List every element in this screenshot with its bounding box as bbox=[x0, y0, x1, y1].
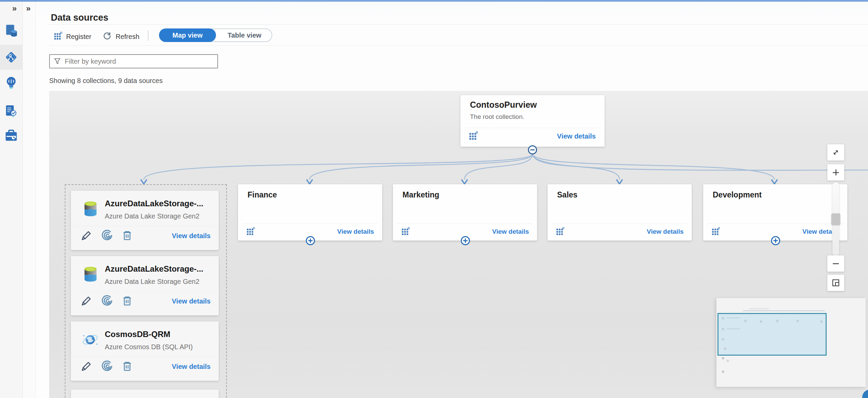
collection-grid-icon bbox=[246, 227, 255, 236]
root-collection-title: ContosoPurview bbox=[470, 100, 537, 110]
root-view-details-link[interactable]: View details bbox=[557, 132, 596, 140]
data-map-icon bbox=[4, 50, 18, 65]
collapsed-panel-rail: » bbox=[23, 2, 36, 398]
zoom-slider-thumb[interactable] bbox=[831, 213, 840, 225]
data-source-view-details-link[interactable]: View details bbox=[172, 232, 211, 240]
collection-view-details-link[interactable]: View details bbox=[337, 228, 374, 235]
card-divider bbox=[552, 224, 688, 224]
sidebar-item-management[interactable] bbox=[4, 128, 18, 143]
filter-funnel-icon bbox=[54, 58, 61, 65]
data-source-name: CosmosDB-QRM bbox=[105, 330, 170, 339]
expand-children-button[interactable] bbox=[771, 236, 780, 245]
register-button-icon-wrap[interactable] bbox=[54, 32, 62, 40]
content-area: Data sources Register Refresh Map view T… bbox=[36, 2, 868, 398]
sidebar-item-compliance[interactable] bbox=[4, 104, 18, 119]
insights-icon bbox=[4, 76, 18, 91]
tab-table-view[interactable]: Table view bbox=[216, 29, 273, 41]
data-source-card: AzureDataLakeStorage-... Azure Data Lake… bbox=[71, 191, 219, 250]
collection-name: Finance bbox=[248, 190, 277, 200]
edge-arrowhead bbox=[141, 180, 146, 184]
card-divider bbox=[242, 224, 378, 224]
collection-name: Sales bbox=[557, 190, 577, 200]
collection-name: Development bbox=[713, 190, 762, 200]
plus-icon bbox=[833, 169, 839, 175]
data-source-view-details-link[interactable]: View details bbox=[172, 297, 211, 305]
root-collection-card: ContosoPurview The root collection. View… bbox=[460, 95, 605, 147]
sidebar-item-data-map[interactable] bbox=[4, 50, 18, 65]
keyword-filter bbox=[49, 54, 218, 68]
app-sidebar: » bbox=[0, 2, 23, 398]
root-collection-subtitle: The root collection. bbox=[470, 113, 525, 121]
tab-map-view[interactable]: Map view bbox=[159, 28, 216, 42]
refresh-button[interactable]: Refresh bbox=[116, 33, 139, 41]
collection-grid-icon bbox=[556, 227, 565, 236]
collection-view-details-link[interactable]: View details bbox=[492, 228, 529, 235]
collection-grid-icon bbox=[401, 227, 410, 236]
scan-icon[interactable] bbox=[101, 360, 114, 372]
title-divider bbox=[49, 24, 868, 25]
minimap-viewport[interactable] bbox=[717, 313, 827, 356]
panel-expand-chevrons[interactable]: » bbox=[26, 4, 31, 13]
data-source-type: Azure Cosmos DB (SQL API) bbox=[105, 343, 193, 351]
collection-view-details-link[interactable]: View details bbox=[647, 228, 684, 235]
collections-map-canvas[interactable]: ContosoPurview The root collection. View… bbox=[49, 91, 868, 398]
adls-gen2-icon bbox=[82, 200, 99, 218]
edge-arrowhead bbox=[462, 180, 467, 184]
data-source-card: AzureDataLakeStorage-... Azure Data Lake… bbox=[71, 256, 219, 315]
delete-icon[interactable] bbox=[121, 295, 133, 307]
expand-diagonal-icon bbox=[831, 148, 840, 157]
page-title: Data sources bbox=[51, 13, 108, 23]
minimap-toggle-icon bbox=[831, 278, 840, 287]
refresh-button-icon-wrap[interactable] bbox=[103, 32, 112, 40]
compliance-icon bbox=[4, 104, 18, 119]
refresh-icon bbox=[103, 32, 112, 40]
filter-input[interactable] bbox=[64, 57, 213, 66]
scan-icon[interactable] bbox=[101, 229, 114, 242]
card-divider bbox=[397, 224, 533, 224]
collection-card-marketing: Marketing View details bbox=[393, 184, 537, 240]
data-source-card: CosmosDB-QRM Azure Cosmos DB (SQL API) V… bbox=[71, 321, 219, 381]
adls-gen2-icon bbox=[82, 266, 99, 283]
data-sources-icon bbox=[4, 23, 18, 38]
zoom-in-button[interactable] bbox=[827, 164, 844, 181]
edge-arrowhead bbox=[617, 180, 622, 184]
minimap-toggle-button[interactable] bbox=[827, 275, 844, 291]
management-icon bbox=[4, 129, 18, 143]
minus-icon bbox=[833, 263, 839, 264]
card-divider bbox=[74, 291, 215, 292]
card-divider bbox=[707, 224, 843, 224]
register-button[interactable]: Register bbox=[66, 33, 91, 41]
expand-children-button[interactable] bbox=[306, 236, 315, 245]
data-source-name: AzureDataLakeStorage-... bbox=[105, 199, 203, 208]
collection-grid-icon bbox=[469, 131, 478, 141]
toolbar-divider bbox=[49, 45, 868, 46]
scan-icon[interactable] bbox=[101, 295, 114, 307]
edge-arrowhead bbox=[307, 180, 312, 184]
edit-icon[interactable] bbox=[80, 360, 93, 372]
sidebar-item-insights[interactable] bbox=[4, 76, 18, 91]
collection-card-finance: Finance View details bbox=[238, 184, 382, 240]
sidebar-item-data-sources[interactable] bbox=[4, 23, 18, 38]
minus-glyph bbox=[530, 149, 535, 150]
collection-grid-icon bbox=[711, 227, 720, 236]
delete-icon[interactable] bbox=[121, 360, 133, 372]
fit-to-screen-button[interactable] bbox=[827, 144, 844, 161]
cosmos-db-icon bbox=[82, 332, 99, 348]
data-source-type: Azure Data Lake Storage Gen2 bbox=[105, 212, 199, 220]
edit-icon[interactable] bbox=[80, 295, 93, 307]
results-count-text: Showing 8 collections, 9 data sources bbox=[49, 77, 163, 85]
data-source-view-details-link[interactable]: View details bbox=[172, 363, 211, 371]
root-collapse-button[interactable] bbox=[528, 145, 537, 154]
minimap-panel bbox=[716, 298, 866, 387]
zoom-out-button[interactable] bbox=[827, 255, 844, 272]
sidebar-expand-chevrons[interactable]: » bbox=[12, 4, 17, 13]
edit-icon[interactable] bbox=[80, 229, 93, 242]
collection-card-sales: Sales View details bbox=[548, 184, 692, 240]
expand-children-button[interactable] bbox=[461, 236, 470, 245]
delete-icon[interactable] bbox=[121, 229, 133, 242]
card-divider bbox=[465, 128, 600, 128]
data-source-card-partial bbox=[71, 390, 219, 398]
purview-data-sources-screen: » bbox=[0, 0, 868, 398]
data-source-type: Azure Data Lake Storage Gen2 bbox=[105, 278, 199, 286]
card-divider bbox=[74, 357, 215, 357]
